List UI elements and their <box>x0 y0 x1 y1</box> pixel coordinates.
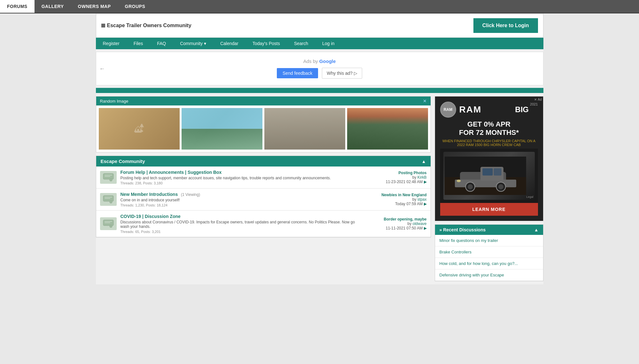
forum-title-3[interactable]: COVID-19 | Discussion Zone <box>121 214 181 219</box>
send-feedback-button[interactable]: Send feedback <box>277 68 318 78</box>
content-area: Random Image ✕ 🏕 <box>96 93 543 284</box>
forum-row-1: Forum Help | Announcements | Suggestion … <box>96 167 431 189</box>
ram-year: 2021 <box>530 102 538 106</box>
forum-last-post-2: Newbies in New England by stpax Today 07… <box>363 193 427 206</box>
svg-point-22 <box>498 184 503 189</box>
sidebar: ✕ Ad RAM RAM BIG 2021 GET 0% APRFOR 72 M… <box>435 96 543 281</box>
svg-rect-10 <box>105 222 110 223</box>
ram-brand-text: RAM <box>459 105 482 115</box>
last-post-time-2: Today 07:59 AM ▶ <box>363 202 427 206</box>
forum-row-3: COVID-19 | Discussion Zone Discussions a… <box>96 211 431 237</box>
forum-title-1[interactable]: Forum Help | Announcements | Suggestion … <box>121 170 222 175</box>
last-post-arrow-1[interactable]: ▶ <box>424 180 427 184</box>
sec-nav-community[interactable]: Community ▾ <box>173 38 213 49</box>
recent-discussions-title: » Recent Discussions <box>440 227 486 232</box>
svg-point-23 <box>456 180 461 182</box>
nav-tab-forums[interactable]: FORUMS <box>0 0 35 13</box>
random-image-title: Random Image <box>100 99 129 104</box>
forum-desc-3: Discussions about Coronavirus / COVID-19… <box>121 220 363 229</box>
sec-nav-register[interactable]: Register <box>96 38 127 49</box>
last-post-arrow-2[interactable]: ▶ <box>424 202 427 206</box>
recent-disc-item-1[interactable]: Minor fix questions on my trailer <box>435 235 543 246</box>
recent-discussions-header: » Recent Discussions ▲ <box>435 225 543 235</box>
sec-nav-files[interactable]: Files <box>127 38 150 49</box>
svg-rect-2 <box>105 176 110 177</box>
main-column: Random Image ✕ 🏕 <box>96 96 431 281</box>
ad-close-btn[interactable]: ✕ <box>534 98 537 101</box>
recent-disc-item-2[interactable]: Brake Controllers <box>435 246 543 258</box>
forum-stats-2: Threads: 1,230, Posts: 18,124 <box>121 203 363 207</box>
last-post-by-1: by KirkB <box>363 175 427 180</box>
login-button[interactable]: Click Here to Login <box>473 18 538 33</box>
escape-community-title: Escape Community <box>101 159 145 164</box>
sec-nav-faq[interactable]: FAQ <box>150 38 173 49</box>
forum-desc-1: Posting help and tech support, member ac… <box>121 176 363 180</box>
last-post-title-3[interactable]: Border opening, maybe <box>384 217 426 221</box>
ram-headline: GET 0% APRFOR 72 MONTHS* <box>440 120 538 137</box>
legal-text: Legal <box>526 195 533 198</box>
forum-desc-2: Come on in and introduce yourself! <box>121 198 363 202</box>
svg-point-7 <box>110 201 112 203</box>
random-image-section: Random Image ✕ 🏕 <box>96 96 431 152</box>
sec-nav-search[interactable]: Search <box>287 38 315 49</box>
nav-tab-owners-map[interactable]: OWNERS MAP <box>71 0 118 13</box>
svg-point-20 <box>467 184 472 189</box>
nav-tab-gallery[interactable]: GALLERY <box>35 0 71 13</box>
random-images-grid: 🏕 <box>96 105 431 152</box>
random-image-2[interactable] <box>182 108 262 150</box>
forum-info-3: COVID-19 | Discussion Zone Discussions a… <box>121 214 363 234</box>
forum-info-2: New Member Introductions (1 Viewing) Com… <box>121 192 363 207</box>
forum-stats-3: Threads: 65, Posts: 3,201 <box>121 230 363 234</box>
svg-point-3 <box>110 179 112 181</box>
last-post-author-2[interactable]: stpax <box>417 197 427 202</box>
forum-icon-3 <box>100 217 117 230</box>
svg-rect-6 <box>105 198 110 199</box>
recent-discussions-collapse-icon[interactable]: ▲ <box>534 227 539 232</box>
recent-disc-item-3[interactable]: How cold, and for how long, can you go?.… <box>435 258 543 269</box>
ad-back-arrow[interactable]: ← <box>99 65 105 72</box>
ram-logo: RAM RAM BIG 2021 <box>440 102 538 118</box>
random-image-1[interactable]: 🏕 <box>99 108 180 150</box>
ram-ad: ✕ Ad RAM RAM BIG 2021 GET 0% APRFOR 72 M… <box>435 96 543 221</box>
escape-community-header: Escape Community ▲ <box>96 156 431 167</box>
site-header: Escape Trailer Owners Community Click He… <box>96 13 543 38</box>
svg-rect-1 <box>105 175 112 175</box>
sec-nav-login[interactable]: Log in <box>315 38 341 49</box>
svg-rect-9 <box>105 221 112 222</box>
recent-disc-item-4[interactable]: Defensive driving with your Escape <box>435 269 543 281</box>
sec-nav-todays-posts[interactable]: Today's Posts <box>245 38 287 49</box>
forum-last-post-1: Posting Photos by KirkB 11-23-2021 02:48… <box>363 171 427 184</box>
top-navigation: FORUMS GALLERY OWNERS MAP GROUPS <box>0 0 639 13</box>
site-title-text: Escape Trailer Owners Community <box>107 23 191 28</box>
recent-discussions: » Recent Discussions ▲ Minor fix questio… <box>435 224 543 281</box>
random-image-close-icon[interactable]: ✕ <box>423 98 427 104</box>
sec-nav-calendar[interactable]: Calendar <box>213 38 245 49</box>
last-post-arrow-3[interactable]: ▶ <box>424 226 427 230</box>
forum-stats-1: Threads: 238, Posts: 3,180 <box>121 181 363 185</box>
last-post-author-1[interactable]: KirkB <box>417 175 427 180</box>
google-brand: Google <box>319 58 336 64</box>
why-this-ad-button[interactable]: Why this ad? ▷ <box>322 68 362 79</box>
secondary-navigation: Register Files FAQ Community ▾ Calendar … <box>96 38 543 49</box>
ram-big-text: BIG <box>515 105 529 114</box>
ram-truck-image: Legal <box>443 152 535 200</box>
svg-rect-18 <box>494 168 501 175</box>
svg-point-11 <box>110 225 112 228</box>
last-post-author-3[interactable]: oldwave <box>412 221 426 226</box>
green-divider <box>96 88 543 93</box>
forum-icon-2 <box>100 193 117 206</box>
last-post-title-2[interactable]: Newbies in New England <box>381 193 426 197</box>
site-icon <box>101 24 105 27</box>
ram-truck-area: Legal <box>440 149 538 203</box>
last-post-title-1[interactable]: Posting Photos <box>399 171 427 175</box>
last-post-by-2: by stpax <box>363 197 427 202</box>
svg-rect-5 <box>105 197 112 197</box>
escape-community-collapse-icon[interactable]: ▲ <box>422 159 426 164</box>
learn-more-button[interactable]: LEARN MORE <box>440 203 538 216</box>
ads-by-google-label: Ads by Google <box>103 58 537 64</box>
nav-tab-groups[interactable]: GROUPS <box>118 0 152 13</box>
random-image-3[interactable] <box>264 108 345 150</box>
forum-last-post-3: Border opening, maybe by oldwave 11-11-2… <box>363 217 427 230</box>
forum-title-2[interactable]: New Member Introductions <box>121 192 178 197</box>
random-image-4[interactable] <box>347 108 428 150</box>
